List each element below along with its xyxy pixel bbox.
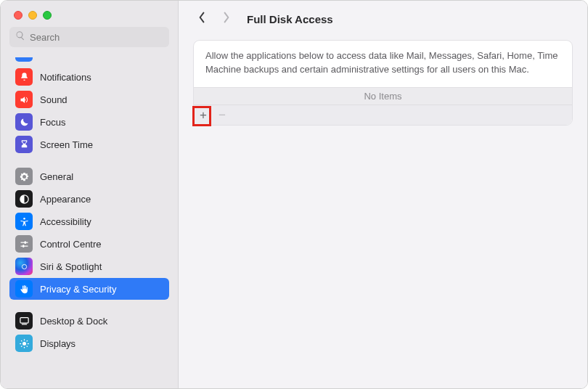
sidebar-item-label: Appearance — [40, 194, 91, 205]
sidebar-item-privacy-security[interactable]: Privacy & Security — [9, 278, 169, 300]
window-controls — [1, 1, 178, 27]
gear-icon — [15, 168, 33, 185]
chevron-left-icon — [197, 12, 206, 26]
sidebar-item-desktop-dock[interactable]: Desktop & Dock — [9, 310, 169, 332]
hourglass-icon — [15, 136, 33, 153]
page-title: Full Disk Access — [247, 13, 333, 25]
sidebar: Notifications Sound Focus Screen Time — [1, 1, 179, 388]
forward-button — [218, 10, 235, 28]
bell-icon — [15, 68, 33, 86]
partial-icon — [15, 57, 33, 62]
sidebar-item-displays[interactable]: Displays — [9, 332, 169, 354]
back-button[interactable] — [193, 10, 211, 28]
empty-state-label: No Items — [194, 87, 572, 105]
sidebar-item-label: Displays — [40, 338, 75, 349]
svg-rect-4 — [21, 324, 27, 324]
speaker-icon — [15, 91, 33, 108]
full-disk-access-panel: Allow the applications below to access d… — [193, 40, 573, 126]
sidebar-item-accessibility[interactable]: Accessibility — [9, 210, 169, 232]
sidebar-item-siri-spotlight[interactable]: Siri & Spotlight — [9, 255, 169, 277]
sidebar-item-general[interactable]: General — [9, 165, 169, 187]
zoom-window-button[interactable] — [43, 11, 52, 20]
sidebar-item-label: Screen Time — [40, 139, 93, 150]
minimize-window-button[interactable] — [28, 11, 37, 20]
search-input[interactable] — [30, 32, 163, 43]
sidebar-item-focus[interactable]: Focus — [9, 111, 169, 133]
add-app-button[interactable]: + — [194, 105, 213, 125]
appearance-icon — [15, 190, 33, 208]
accessibility-icon — [15, 213, 33, 230]
svg-point-5 — [23, 342, 26, 345]
sidebar-item-label: Desktop & Dock — [40, 316, 107, 327]
system-settings-window: Notifications Sound Focus Screen Time — [0, 0, 588, 389]
chevron-right-icon — [222, 12, 231, 26]
panel-description: Allow the applications below to access d… — [194, 41, 572, 87]
sidebar-item-label: Siri & Spotlight — [40, 261, 102, 272]
svg-point-2 — [22, 264, 26, 269]
main-pane: Full Disk Access Allow the applications … — [179, 1, 587, 388]
sidebar-item-screen-time[interactable]: Screen Time — [9, 134, 169, 155]
sidebar-item-sound[interactable]: Sound — [9, 89, 169, 110]
header: Full Disk Access — [179, 1, 587, 37]
displays-icon — [15, 335, 33, 352]
sliders-icon — [15, 235, 33, 253]
sidebar-item-label: Control Centre — [40, 239, 102, 250]
sidebar-item-control-centre[interactable]: Control Centre — [9, 233, 169, 255]
sidebar-item-label: Privacy & Security — [40, 284, 116, 295]
sidebar-item-notifications[interactable]: Notifications — [9, 66, 169, 88]
sidebar-item-label: Notifications — [40, 72, 91, 83]
search-icon — [15, 30, 30, 44]
close-window-button[interactable] — [14, 11, 23, 20]
sidebar-item-label: Focus — [40, 117, 65, 128]
hand-icon — [15, 280, 33, 298]
sidebar-list: Notifications Sound Focus Screen Time — [1, 54, 178, 388]
svg-rect-3 — [20, 317, 28, 323]
dock-icon — [15, 312, 33, 329]
list-toolbar: + − — [194, 105, 572, 125]
moon-icon — [15, 113, 33, 131]
siri-icon — [15, 258, 33, 275]
sidebar-item-appearance[interactable]: Appearance — [9, 188, 169, 210]
sidebar-item-partial[interactable] — [9, 54, 169, 62]
svg-point-1 — [23, 217, 25, 219]
sidebar-item-label: General — [40, 171, 73, 182]
sidebar-item-label: Sound — [40, 94, 68, 105]
remove-app-button: − — [213, 105, 232, 125]
search-field[interactable] — [9, 27, 169, 47]
sidebar-item-label: Accessibility — [40, 216, 91, 227]
